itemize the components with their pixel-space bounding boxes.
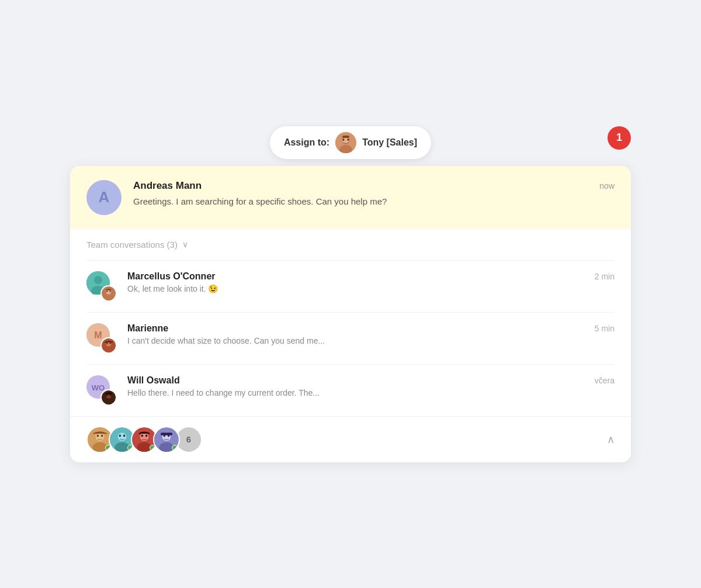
conv-avatar-wrap — [86, 271, 117, 302]
conversation-item[interactable]: M — [86, 312, 615, 364]
assign-pill[interactable]: Assign to: Tony [Sales] — [270, 126, 431, 159]
svg-text:M: M — [94, 330, 102, 340]
new-message-banner: A Andreas Mann now Greetings. I am searc… — [70, 166, 631, 229]
conv-header: Marienne 5 min — [127, 323, 615, 334]
conv-time: 5 min — [595, 324, 615, 333]
svg-point-27 — [105, 399, 113, 404]
svg-point-29 — [110, 395, 111, 396]
conv-header: Marcellus O'Conner 2 min — [127, 271, 615, 282]
sender-avatar: A — [86, 180, 122, 215]
svg-point-8 — [94, 276, 102, 284]
conv-name: Marienne — [127, 323, 168, 334]
conversation-item[interactable]: WO — [86, 364, 615, 416]
sender-name: Andreas Mann — [133, 180, 202, 192]
conv-avatar-wrap: M — [86, 323, 117, 354]
svg-point-38 — [119, 434, 121, 437]
conv-content: Will Oswald včera Hello there. I need to… — [127, 375, 615, 397]
agent-name: Tony [Sales] — [362, 137, 417, 148]
svg-point-22 — [110, 343, 111, 344]
conv-avatar-wrap: WO — [86, 375, 117, 406]
conv-preview: Ok, let me look into it. 😉 — [127, 284, 615, 293]
assign-bar: Assign to: Tony [Sales] 1 — [70, 126, 631, 159]
svg-rect-15 — [106, 289, 112, 290]
svg-point-21 — [106, 343, 107, 344]
svg-rect-6 — [342, 136, 349, 138]
team-section: Team conversations (3) ∨ — [70, 229, 631, 416]
svg-point-33 — [97, 434, 99, 437]
svg-point-39 — [123, 434, 125, 437]
conv-agent-avatar-small — [100, 389, 117, 406]
svg-text:WO: WO — [92, 383, 105, 392]
svg-rect-50 — [161, 433, 172, 435]
conv-agent-avatar-small — [100, 337, 117, 354]
conv-name: Marcellus O'Conner — [127, 271, 216, 282]
conv-name: Will Oswald — [127, 375, 180, 386]
notification-badge: 1 — [608, 126, 631, 150]
svg-point-14 — [110, 290, 111, 292]
message-time: now — [599, 181, 615, 191]
conversation-item[interactable]: Marcellus O'Conner 2 min Ok, let me look… — [86, 260, 615, 312]
conv-header: Will Oswald včera — [127, 375, 615, 386]
message-header: Andreas Mann now — [133, 180, 615, 192]
conv-content: Marienne 5 min I can't decide what size … — [127, 323, 615, 345]
outer-container: Assign to: Tony [Sales] 1 — [70, 126, 631, 462]
svg-point-12 — [105, 295, 113, 300]
online-avatars-group: 6 6 team members online — [86, 426, 202, 453]
team-header-label: Team conversations (3) — [86, 240, 178, 250]
assign-label: Assign to: — [284, 137, 329, 148]
svg-point-5 — [348, 139, 349, 141]
chevron-down-icon: ∨ — [182, 240, 188, 249]
svg-point-13 — [106, 290, 107, 292]
online-avatar — [153, 426, 180, 453]
team-conversations-header[interactable]: Team conversations (3) ∨ — [70, 229, 631, 260]
conv-time: 2 min — [595, 272, 615, 281]
svg-point-4 — [343, 139, 345, 141]
message-content: Andreas Mann now Greetings. I am searchi… — [133, 180, 615, 209]
conversation-list: Marcellus O'Conner 2 min Ok, let me look… — [70, 260, 631, 416]
svg-point-20 — [105, 347, 113, 352]
online-dot — [172, 445, 178, 451]
agent-avatar — [335, 132, 356, 153]
svg-point-44 — [145, 434, 147, 437]
conv-time: včera — [595, 376, 615, 385]
conv-preview: I can't decide what size to choose. Can … — [127, 336, 615, 345]
svg-point-43 — [141, 434, 143, 437]
conv-preview: Hello there. I need to change my current… — [127, 388, 615, 397]
svg-point-34 — [101, 434, 103, 437]
conv-agent-avatar-small — [100, 285, 117, 302]
chevron-up-icon[interactable]: ∧ — [607, 433, 615, 446]
conv-content: Marcellus O'Conner 2 min Ok, let me look… — [127, 271, 615, 293]
message-text: Greetings. I am searching for a specific… — [133, 195, 615, 209]
online-bar: 6 6 team members online ∧ — [70, 416, 631, 462]
svg-point-28 — [106, 395, 107, 396]
main-card: A Andreas Mann now Greetings. I am searc… — [70, 166, 631, 462]
